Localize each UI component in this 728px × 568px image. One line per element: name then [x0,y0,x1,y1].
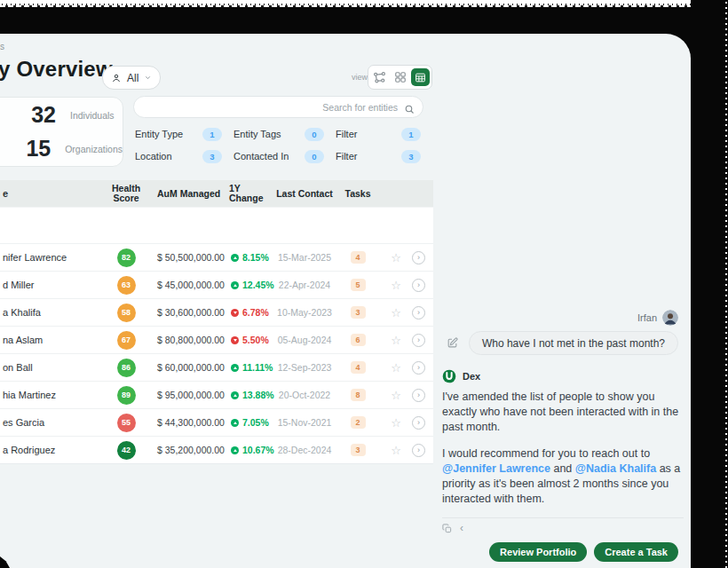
filter-count-badge: 3 [401,150,421,163]
change-value: 5.50% [227,335,273,345]
assistant-name: Dex [463,371,480,382]
star-icon[interactable]: ☆ [391,280,401,291]
filter-control[interactable]: Contacted In 0 [232,149,324,163]
filter-control[interactable]: Entity Type 1 [133,127,222,141]
open-row-icon[interactable]: › [412,444,425,457]
tasks-count-badge: 3 [351,444,366,456]
aum-value: $ 45,000,000.00 [147,280,227,290]
open-row-icon[interactable]: › [412,416,425,430]
change-value: 12.45% [227,280,273,290]
change-direction-icon [231,391,239,399]
open-row-icon[interactable]: › [412,306,425,320]
entity-name: a Rodriguez [0,445,105,455]
create-task-button[interactable]: Create a Task [594,542,678,562]
copy-icon[interactable] [442,524,452,533]
entities-table: e Health Score AuM Managed 1Y Change Las… [0,180,433,464]
card-view-button[interactable] [391,68,409,86]
filter-control[interactable]: Filter 3 [334,149,421,163]
table-row[interactable]: d Miller 63 $ 45,000,000.00 12.45% 22-Ap… [0,271,433,298]
star-icon[interactable]: ☆ [391,362,401,374]
open-row-icon[interactable]: › [412,251,425,264]
individuals-stat: 32 Individuals [0,102,123,128]
assistant-header: Dex [442,369,678,383]
change-direction-icon [231,336,239,344]
user-avatar [662,310,678,326]
user-name: Irfan [637,312,657,323]
health-score-badge: 86 [117,359,136,377]
star-icon[interactable]: ☆ [391,445,401,456]
star-icon[interactable]: ☆ [391,307,401,319]
mention-link[interactable]: @Jennifer Lawrence [442,462,550,475]
assistant-message-paragraph-2: I would recommend for you to reach out t… [442,446,684,507]
table-view-button[interactable] [411,68,430,86]
person-icon [111,73,122,83]
table-row[interactable]: a Rodriguez 42 $ 35,200,000.00 10.67% 28… [0,436,433,464]
edit-message-icon[interactable] [447,337,458,349]
filter-count-badge: 1 [202,128,222,141]
entity-scope-dropdown[interactable]: All [102,66,161,90]
filter-count-badge: 3 [202,150,222,163]
table-row[interactable]: nifer Lawrence 82 $ 50,500,000.00 8.15% … [0,243,433,271]
filter-control[interactable]: Entity Tags 0 [232,127,324,141]
change-direction-icon [231,281,239,289]
user-message-row: Who have I not met in the past month? [447,331,678,355]
open-row-icon[interactable]: › [412,361,425,375]
entity-name: d Miller [0,280,105,290]
star-icon[interactable]: ☆ [391,252,401,264]
change-direction-icon [231,364,239,372]
table-row[interactable]: es Garcia 55 $ 44,300,000.00 7.05% 15-No… [0,408,433,436]
aum-value: $ 44,300,000.00 [147,417,227,428]
torn-noise-top [0,2,691,8]
search-icon[interactable] [404,102,415,118]
open-row-icon[interactable]: › [412,389,425,402]
entity-name: on Ball [0,362,105,373]
mention-link[interactable]: @Nadia Khalifa [575,462,656,475]
col-aum: AuM Managed [147,189,227,199]
entity-name: nifer Lawrence [0,252,105,263]
aum-value: $ 50,500,000.00 [147,252,227,263]
open-row-icon[interactable]: › [412,334,425,347]
table-row[interactable]: a Khalifa 58 $ 30,600,000.00 6.78% 10-Ma… [0,298,433,326]
last-contact-date: 12-Sep-2023 [273,362,336,373]
assistant-message-paragraph-1: I've amended the list of people to show … [442,390,684,435]
search-input[interactable] [134,97,423,117]
organizations-count: 15 [13,136,51,162]
graph-view-button[interactable] [370,68,389,86]
last-contact-date: 15-Nov-2021 [273,417,336,428]
share-icon[interactable]: ‹ [460,523,463,533]
star-icon[interactable]: ☆ [391,335,401,346]
filter-label: Filter [334,151,357,162]
star-icon[interactable]: ☆ [391,417,401,429]
health-score-badge: 82 [117,248,136,267]
chat-action-buttons: Review Portfolio Create a Task [442,542,678,562]
table-row[interactable]: on Ball 86 $ 60,000,000.00 11.11% 12-Sep… [0,353,433,381]
change-value: 7.05% [227,417,273,428]
health-score-badge: 67 [117,331,136,350]
filter-control[interactable]: Location 3 [133,149,222,163]
scope-value: All [127,72,138,84]
last-contact-date: 20-Oct-2022 [273,390,336,400]
last-contact-date: 28-Dec-2024 [273,445,336,455]
filter-label: Location [133,151,172,162]
filter-label: Filter [334,129,357,139]
table-row[interactable]: hia Martinez 89 $ 95,000,000.00 13.88% 2… [0,381,433,408]
dex-logo [442,369,456,383]
star-icon[interactable]: ☆ [391,390,401,401]
last-contact-date: 10-May-2023 [273,307,336,318]
table-row[interactable]: na Aslam 67 $ 80,800,000.00 5.50% 05-Aug… [0,326,433,353]
change-value: 11.11% [227,362,273,373]
individuals-label: Individuals [70,110,115,121]
last-contact-date: 22-Apr-2024 [273,280,336,290]
change-value: 10.67% [227,445,273,455]
filter-count-badge: 0 [305,150,324,163]
health-score-badge: 55 [117,414,136,432]
filter-label: Entity Type [133,129,183,139]
individuals-count: 32 [13,102,56,128]
aum-value: $ 95,000,000.00 [147,390,227,400]
review-portfolio-button[interactable]: Review Portfolio [489,542,587,562]
table-view-icon [415,72,426,83]
open-row-icon[interactable]: › [412,279,425,292]
filter-control[interactable]: Filter 1 [334,127,421,141]
entity-search [133,96,423,118]
filter-count-badge: 1 [401,128,421,141]
